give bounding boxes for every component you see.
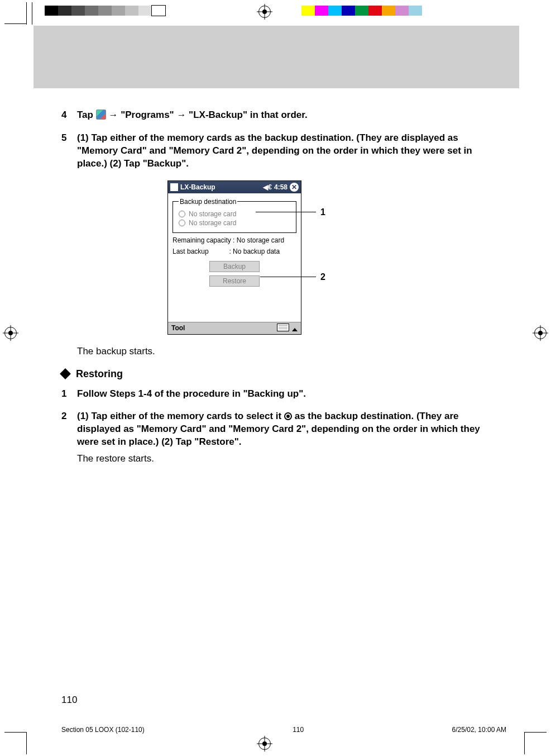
close-icon[interactable]: ✕ bbox=[290, 183, 299, 192]
diamond-bullet-icon bbox=[60, 368, 71, 379]
callout-line bbox=[260, 277, 316, 277]
print-slug: Section 05 LOOX (102-110) 110 6/25/02, 1… bbox=[61, 726, 506, 734]
callout-line bbox=[256, 212, 316, 212]
slug-mid: 110 bbox=[293, 726, 304, 734]
backup-button[interactable]: Backup bbox=[209, 261, 260, 272]
callout-2: 2 bbox=[320, 272, 325, 282]
step-number: 4 bbox=[61, 109, 77, 122]
volume-icon: ◀€ bbox=[263, 183, 272, 191]
soft-toolbar: Tool bbox=[168, 322, 301, 334]
step-text: (1) Tap either of the memory cards as th… bbox=[77, 132, 491, 170]
device-screenshot: LX-Backup ◀€ 4:58 ✕ Backup destination N… bbox=[167, 180, 380, 335]
registration-top-icon bbox=[258, 6, 271, 18]
registration-left-icon bbox=[4, 327, 17, 339]
restore-button[interactable]: Restore bbox=[209, 275, 260, 287]
restoring-heading: Restoring bbox=[61, 368, 491, 380]
tool-menu[interactable]: Tool bbox=[171, 324, 185, 332]
dest-option-2[interactable]: No storage card bbox=[179, 219, 290, 227]
last-backup: Last backup : No backup data bbox=[173, 248, 296, 255]
page-number: 110 bbox=[61, 695, 77, 706]
restore-starts-note: The restore starts. bbox=[61, 452, 491, 465]
backup-starts-note: The backup starts. bbox=[61, 345, 491, 358]
step-text: Tap → "Programs" → "LX-Backup" in that o… bbox=[77, 109, 308, 122]
slug-right: 6/25/02, 10:00 AM bbox=[452, 726, 506, 734]
color-bar-left bbox=[45, 6, 165, 16]
remaining-capacity: Remaining capacity : No storage card bbox=[173, 236, 296, 244]
callout-1: 1 bbox=[320, 207, 325, 217]
step-4: 4 Tap → "Programs" → "LX-Backup" in that… bbox=[61, 109, 491, 122]
step-text: (1) Tap either of the memory cards to se… bbox=[77, 410, 491, 449]
step-number: 2 bbox=[61, 410, 77, 449]
sip-up-icon[interactable] bbox=[292, 328, 298, 331]
restore-step-2: 2 (1) Tap either of the memory cards to … bbox=[61, 410, 491, 449]
slug-left: Section 05 LOOX (102-110) bbox=[61, 726, 145, 734]
start-icon bbox=[96, 110, 106, 120]
titlebar: LX-Backup ◀€ 4:58 ✕ bbox=[168, 181, 301, 193]
step-text: Follow Steps 1-4 of the procedure in "Ba… bbox=[77, 388, 306, 401]
clock: 4:58 bbox=[274, 183, 288, 191]
backup-destination-group: Backup destination No storage card No st… bbox=[173, 198, 296, 233]
restore-step-1: 1 Follow Steps 1-4 of the procedure in "… bbox=[61, 388, 491, 401]
windows-flag-icon bbox=[170, 183, 178, 191]
radio-icon bbox=[179, 220, 185, 226]
registration-right-icon bbox=[534, 327, 547, 339]
color-bar-right bbox=[301, 6, 422, 16]
radio-filled-icon bbox=[284, 412, 292, 420]
keyboard-icon[interactable] bbox=[277, 324, 289, 331]
step-number: 1 bbox=[61, 388, 77, 401]
group-legend: Backup destination bbox=[179, 198, 237, 206]
step-number: 5 bbox=[61, 132, 77, 170]
app-title: LX-Backup bbox=[180, 183, 215, 191]
radio-icon bbox=[179, 211, 185, 217]
registration-bottom-icon bbox=[258, 738, 271, 750]
step-5: 5 (1) Tap either of the memory cards as … bbox=[61, 132, 491, 170]
header-band bbox=[33, 26, 519, 88]
